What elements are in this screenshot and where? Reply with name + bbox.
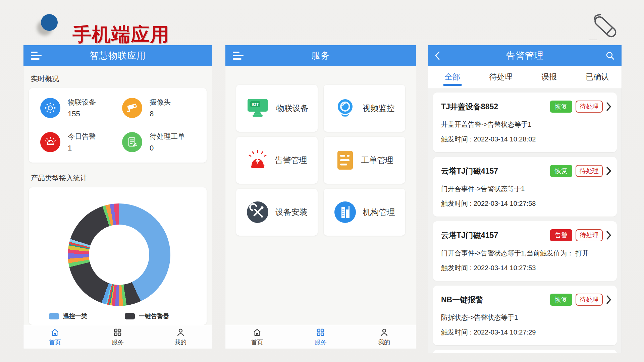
- title-bullet-dot: [41, 14, 58, 31]
- stat-value: 8: [150, 110, 171, 118]
- service-card-iot-devices[interactable]: IOT 物联设备: [236, 85, 318, 132]
- nav-item-home[interactable]: 首页: [23, 325, 86, 349]
- pen-icon: [589, 11, 622, 42]
- nav-item-services[interactable]: 服务: [289, 325, 352, 349]
- tab-confirmed[interactable]: 已确认: [573, 66, 622, 88]
- alarm-trigger-time: 触发时间 : 2022-03-14 10:27:58: [441, 199, 611, 208]
- tools-icon: [247, 201, 269, 223]
- nav-label: 我的: [378, 338, 390, 346]
- alarm-siren-icon: [247, 149, 268, 171]
- nav-item-services[interactable]: 服务: [86, 325, 149, 349]
- alarm-trigger-time: 触发时间 : 2022-03-14 10:27:53: [441, 263, 611, 273]
- service-label: 工单管理: [361, 155, 393, 166]
- alarm-description: 防拆状态->告警状态等于1: [441, 313, 611, 322]
- alarm-description: 井盖开盖告警->告警状态等于1: [441, 120, 611, 129]
- chevron-right-icon[interactable]: [606, 102, 611, 111]
- services-grid-icon: [113, 328, 122, 337]
- stat-label: 待处理工单: [150, 132, 185, 141]
- pending-badge: 待处理: [576, 101, 603, 113]
- service-card-org-management[interactable]: 机构管理: [324, 189, 405, 236]
- service-card-device-install[interactable]: 设备安装: [236, 189, 318, 236]
- legend-item: 温控一类: [49, 312, 87, 320]
- alarm-card[interactable]: NB一键报警 恢复 待处理 防拆状态->告警状态等于1 触发时间 : 2022-…: [433, 286, 617, 345]
- overview-stats-card: 物联设备 155 摄像头 8: [29, 88, 207, 163]
- chart-legend: 温控一类 一键告警器: [49, 312, 169, 320]
- nav-item-mine[interactable]: 我的: [353, 325, 416, 349]
- tab-false-report[interactable]: 误报: [525, 66, 573, 88]
- phone-screen-services: 服务 IOT 物联设备 视频监控: [225, 45, 416, 349]
- chevron-right-icon[interactable]: [606, 295, 611, 304]
- alarm-card[interactable]: TJ井盖设备8852 恢复 待处理 井盖开盖告警->告警状态等于1 触发时间 :…: [433, 93, 617, 152]
- stat-label: 物联设备: [68, 98, 96, 107]
- slide-canvas: { "page": { "title": "手机端应用", "accent_re…: [0, 0, 644, 362]
- pending-badge: 待处理: [576, 229, 603, 241]
- app-header: 告警管理: [428, 45, 622, 66]
- chevron-right-icon[interactable]: [606, 166, 611, 176]
- stat-iot-devices: 物联设备 155: [40, 98, 122, 118]
- iot-monitor-icon: IOT: [246, 98, 270, 119]
- stat-cameras: 摄像头 8: [122, 98, 204, 118]
- alarm-title: TJ井盖设备8852: [441, 102, 498, 112]
- stat-today-alarms: 今日告警 1: [40, 132, 122, 153]
- service-card-video-monitoring[interactable]: 视频监控: [324, 85, 405, 132]
- alarm-title: NB一键报警: [441, 295, 483, 305]
- page-title: 手机端应用: [72, 22, 170, 48]
- nav-label: 我的: [174, 338, 186, 346]
- back-button[interactable]: [434, 51, 440, 60]
- alarm-card[interactable]: 云塔TJ门磁4157 告警 待处理 门开合事件->告警状态等于1,当前触发值为：…: [433, 221, 617, 281]
- app-header: 服务: [225, 45, 416, 66]
- svg-text:IOT: IOT: [252, 102, 259, 107]
- status-badge: 恢复: [550, 165, 572, 177]
- alarm-description: 门开合事件->告警状态等于1: [441, 184, 611, 193]
- status-badge: 告警: [550, 229, 572, 241]
- bottom-nav: 首页 服务 我的: [225, 325, 416, 349]
- alarm-list: TJ井盖设备8852 恢复 待处理 井盖开盖告警->告警状态等于1 触发时间 :…: [428, 88, 622, 353]
- menu-icon[interactable]: [31, 52, 42, 60]
- stat-pending-orders: 待处理工单 0: [122, 132, 204, 153]
- phone-screen-alarms: 告警管理 全部 待处理 误报 已确认 TJ井盖设备8852 恢复 待处理 井盖开…: [428, 45, 622, 353]
- webcam-icon: [334, 98, 356, 119]
- nav-label: 服务: [315, 338, 327, 346]
- services-grid-icon: [316, 328, 325, 337]
- alarm-card[interactable]: 云塔TJ门磁4157 恢复 待处理 门开合事件->告警状态等于1 触发时间 : …: [433, 157, 617, 217]
- app-title: 告警管理: [506, 50, 544, 62]
- pending-badge: 待处理: [576, 294, 603, 306]
- person-icon: [380, 328, 389, 337]
- menu-icon[interactable]: [233, 52, 244, 60]
- nav-item-mine[interactable]: 我的: [149, 325, 212, 349]
- stat-label: 今日告警: [68, 132, 96, 141]
- service-card-alarm-management[interactable]: 告警管理: [236, 137, 318, 184]
- nav-label: 服务: [112, 338, 124, 346]
- home-icon: [253, 328, 262, 337]
- legend-swatch: [49, 313, 59, 319]
- app-header: 智慧物联应用: [23, 45, 212, 66]
- alarm-title: 云塔TJ门磁4157: [441, 166, 498, 176]
- legend-item: 一键告警器: [125, 312, 169, 320]
- service-card-work-orders[interactable]: 工单管理: [324, 137, 405, 184]
- status-badge: 恢复: [550, 294, 572, 306]
- status-badge: 恢复: [550, 101, 572, 113]
- work-order-doc-icon: [336, 150, 355, 171]
- service-label: 设备安装: [275, 207, 308, 218]
- stat-value: 1: [68, 144, 96, 153]
- divider-line: [32, 40, 599, 40]
- app-title: 服务: [311, 50, 330, 62]
- tab-pending[interactable]: 待处理: [477, 66, 525, 88]
- service-label: 告警管理: [275, 155, 307, 166]
- stat-value: 155: [68, 110, 96, 118]
- legend-swatch: [125, 313, 135, 319]
- search-button[interactable]: [605, 51, 615, 60]
- alarm-description: 门开合事件->告警状态等于1,当前触发值为： 打开: [441, 249, 611, 258]
- stat-label: 摄像头: [150, 98, 171, 107]
- iot-network-icon: [40, 98, 60, 118]
- tab-all[interactable]: 全部: [428, 66, 477, 88]
- alarm-card-partial[interactable]: [433, 350, 617, 353]
- work-order-icon: [122, 132, 142, 152]
- nav-item-home[interactable]: 首页: [225, 325, 289, 349]
- chevron-right-icon[interactable]: [606, 231, 611, 240]
- alarm-title: 云塔TJ门磁4157: [441, 230, 498, 241]
- alarm-trigger-time: 触发时间 : 2022-03-14 10:28:02: [441, 135, 611, 144]
- legend-label: 一键告警器: [139, 312, 169, 320]
- cctv-camera-icon: [122, 98, 142, 118]
- search-icon: [605, 51, 615, 60]
